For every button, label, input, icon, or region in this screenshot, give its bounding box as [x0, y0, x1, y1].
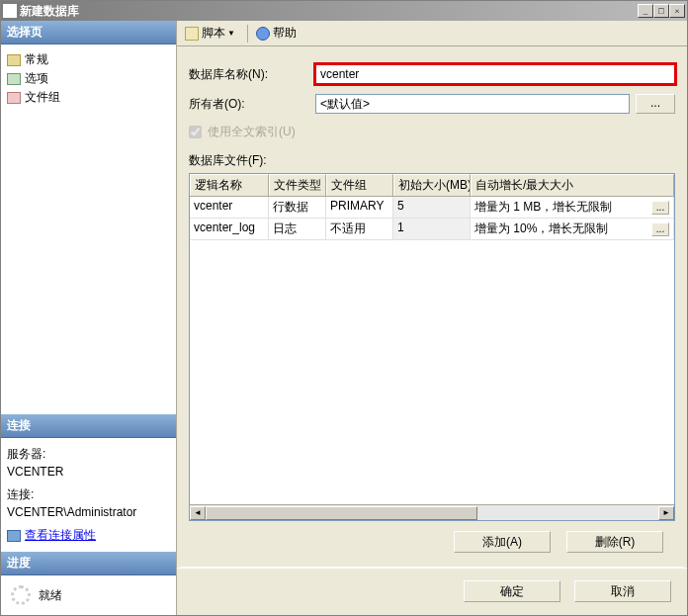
- col-initial-size[interactable]: 初始大小(MB): [393, 174, 471, 196]
- page-icon: [7, 54, 21, 66]
- progress-header: 进度: [1, 552, 176, 575]
- script-label: 脚本: [202, 25, 225, 42]
- help-button[interactable]: 帮助: [252, 23, 301, 44]
- add-button[interactable]: 添加(A): [454, 531, 551, 553]
- cancel-button[interactable]: 取消: [574, 580, 671, 602]
- select-page-header: 选择页: [1, 21, 176, 44]
- cell-autogrowth: 增量为 10%，增长无限制 ...: [471, 219, 674, 239]
- owner-label: 所有者(O):: [189, 96, 315, 113]
- cell-type: 行数据: [269, 197, 326, 218]
- close-button[interactable]: ×: [669, 4, 685, 18]
- fulltext-checkbox: [189, 126, 202, 138]
- window-title: 新建数据库: [20, 3, 638, 20]
- cell-name[interactable]: vcenter: [190, 197, 269, 218]
- help-label: 帮助: [273, 25, 297, 42]
- script-icon: [185, 27, 199, 41]
- cell-autogrowth: 增量为 1 MB，增长无限制 ...: [471, 197, 674, 218]
- link-label: 查看连接属性: [25, 527, 96, 544]
- app-icon: [3, 4, 17, 18]
- grid-row[interactable]: vcenter_log 日志 不适用 1 增量为 10%，增长无限制 ...: [190, 219, 674, 240]
- sidebar-item-filegroups[interactable]: 文件组: [5, 88, 172, 107]
- files-grid: 逻辑名称 文件类型 文件组 初始大小(MB) 自动增长/最大大小 vcenter…: [189, 173, 675, 521]
- sidebar-item-options[interactable]: 选项: [5, 69, 172, 88]
- cell-name[interactable]: vcenter_log: [190, 219, 269, 239]
- properties-icon: [7, 530, 21, 542]
- minimize-button[interactable]: _: [638, 4, 653, 18]
- col-autogrowth[interactable]: 自动增长/最大大小: [471, 174, 674, 196]
- maximize-button[interactable]: □: [653, 4, 669, 18]
- files-label: 数据库文件(F):: [189, 152, 675, 169]
- toolbar: 脚本 ▼ 帮助: [177, 21, 687, 46]
- conn-label: 连接:: [7, 486, 170, 503]
- owner-input[interactable]: [315, 94, 630, 114]
- connection-header: 连接: [1, 414, 176, 438]
- script-button[interactable]: 脚本 ▼: [181, 23, 239, 44]
- dropdown-arrow-icon: ▼: [227, 29, 235, 38]
- view-connection-props-link[interactable]: 查看连接属性: [7, 527, 170, 544]
- grid-row[interactable]: vcenter 行数据 PRIMARY 5 增量为 1 MB，增长无限制 ...: [190, 197, 674, 219]
- progress-spinner-icon: [11, 585, 31, 605]
- col-file-type[interactable]: 文件类型: [269, 174, 326, 196]
- sidebar: 选择页 常规 选项 文件组 连接 服务器: VCENTER: [1, 21, 177, 615]
- cell-size[interactable]: 5: [393, 197, 471, 218]
- cell-filegroup[interactable]: PRIMARY: [326, 197, 393, 218]
- titlebar[interactable]: 新建数据库 _ □ ×: [1, 1, 687, 21]
- autogrowth-text: 增量为 10%，增长无限制: [474, 220, 608, 237]
- col-logical-name[interactable]: 逻辑名称: [190, 174, 269, 196]
- col-filegroup[interactable]: 文件组: [326, 174, 393, 196]
- server-value: VCENTER: [7, 465, 170, 479]
- cell-filegroup[interactable]: 不适用: [326, 219, 393, 239]
- scroll-thumb[interactable]: [206, 506, 477, 520]
- main-panel: 脚本 ▼ 帮助 数据库名称(N): 所有者(O): ...: [177, 21, 687, 615]
- help-icon: [256, 27, 270, 41]
- separator: [247, 25, 248, 43]
- remove-button[interactable]: 删除(R): [566, 531, 663, 553]
- fulltext-label: 使用全文索引(U): [208, 124, 296, 140]
- cell-size[interactable]: 1: [393, 219, 471, 239]
- conn-value: VCENTER\Administrator: [7, 505, 170, 519]
- autogrowth-text: 增量为 1 MB，增长无限制: [474, 199, 612, 216]
- server-label: 服务器:: [7, 446, 170, 463]
- owner-browse-button[interactable]: ...: [636, 94, 675, 114]
- autogrowth-edit-button[interactable]: ...: [651, 201, 669, 215]
- progress-status: 就绪: [39, 587, 62, 604]
- autogrowth-edit-button[interactable]: ...: [651, 222, 669, 236]
- page-icon: [7, 92, 21, 104]
- sidebar-item-label: 选项: [25, 70, 48, 87]
- sidebar-item-label: 常规: [25, 51, 48, 68]
- page-icon: [7, 73, 21, 85]
- cell-type: 日志: [269, 219, 326, 239]
- sidebar-item-label: 文件组: [25, 89, 60, 106]
- scroll-left-icon[interactable]: ◄: [190, 506, 206, 520]
- ok-button[interactable]: 确定: [464, 580, 560, 602]
- dbname-input[interactable]: [315, 64, 675, 84]
- sidebar-item-general[interactable]: 常规: [5, 50, 172, 69]
- scroll-right-icon[interactable]: ►: [658, 506, 674, 520]
- horizontal-scrollbar[interactable]: ◄ ►: [190, 504, 674, 520]
- dbname-label: 数据库名称(N):: [189, 66, 315, 83]
